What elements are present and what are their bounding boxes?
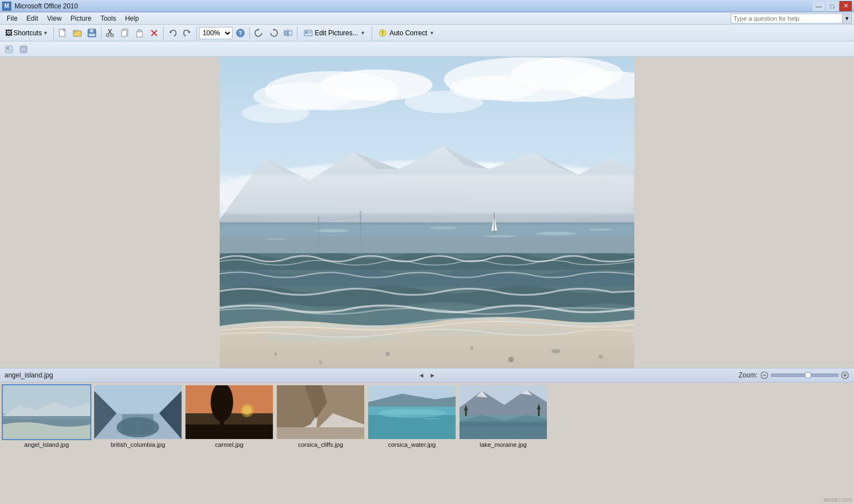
separator4 — [196, 27, 197, 39]
shortcuts-label: Shortcuts — [13, 29, 42, 37]
edit-pictures-label: Edit Pictures... — [315, 29, 358, 37]
thumb-svg-1 — [3, 385, 90, 439]
new-button[interactable] — [56, 26, 69, 40]
thumbnail-img-carmel — [184, 384, 274, 440]
svg-point-62 — [536, 232, 575, 235]
thumbnail-lake-moraine[interactable]: lake_moraine.jpg — [458, 384, 548, 448]
help-button[interactable]: ? — [234, 26, 247, 40]
help-search-container: ▼ — [731, 13, 852, 24]
svg-rect-109 — [277, 427, 364, 439]
thumb-svg-5 — [368, 385, 456, 439]
menu-edit[interactable]: Edit — [22, 12, 43, 24]
separator2 — [101, 27, 101, 39]
menu-tools[interactable]: Tools — [96, 12, 120, 24]
edit-pictures-button[interactable]: Edit Pictures... ▼ — [300, 26, 369, 40]
watermark: wsxdn.com — [824, 497, 852, 503]
maximize-button[interactable]: □ — [826, 1, 838, 11]
undo-button[interactable] — [166, 26, 179, 40]
svg-point-78 — [319, 361, 322, 364]
thumbnail-label-corsica-water: corsica_water.jpg — [388, 441, 436, 448]
svg-point-60 — [315, 229, 349, 232]
rotate-right-button[interactable] — [267, 26, 280, 40]
nav-next-button[interactable]: ► — [428, 371, 437, 380]
nav-buttons: ◄ ► — [417, 371, 437, 380]
thumbnail-carmel[interactable]: carmel.jpg — [184, 384, 274, 448]
auto-correct-icon: ! — [378, 29, 387, 38]
svg-rect-2 — [63, 29, 65, 31]
svg-rect-124 — [465, 410, 467, 416]
minimize-button[interactable]: — — [813, 1, 825, 11]
save-button[interactable] — [85, 26, 99, 40]
zoom-slider[interactable] — [771, 374, 838, 377]
svg-rect-4 — [73, 30, 77, 32]
thumbnail-angel-island[interactable]: angel_island.jpg — [2, 384, 91, 448]
cut-button[interactable] — [104, 26, 117, 40]
separator6 — [297, 27, 298, 39]
copy-button[interactable] — [118, 26, 132, 40]
svg-point-76 — [470, 347, 474, 350]
svg-rect-126 — [538, 409, 540, 416]
auto-correct-button[interactable]: ! Auto Correct ▼ — [374, 26, 438, 40]
help-search-dropdown[interactable]: ▼ — [843, 13, 852, 24]
flip-button[interactable] — [281, 26, 295, 40]
copy-icon — [120, 29, 129, 38]
thumbnail-british-columbia[interactable]: british_columbia.jpg — [93, 384, 183, 448]
delete-button[interactable] — [147, 26, 161, 40]
shortcuts-button[interactable]: 🖼 Shortcuts ▼ — [2, 26, 51, 40]
separator7 — [372, 27, 372, 39]
window-controls: — □ ✕ — [813, 1, 852, 11]
thumbnail-label-corsica-cliffs: corsica_cliffs.jpg — [298, 441, 344, 448]
title-bar: M Microsoft Office 2010 — □ ✕ — [0, 0, 854, 12]
rotate-right-icon — [269, 29, 278, 38]
toolbar2-icon2 — [19, 45, 28, 54]
zoom-controls: Zoom: — [739, 371, 850, 380]
toolbar2-btn2[interactable] — [17, 43, 30, 56]
close-button[interactable]: ✕ — [839, 1, 852, 11]
thumbnail-strip: angel_island.jpg british_columbia.jpg — [0, 382, 854, 450]
menu-picture[interactable]: Picture — [66, 12, 96, 24]
app-icon: M — [2, 2, 11, 11]
zoom-select[interactable]: 100% 25%50%75%150%200% — [199, 27, 233, 39]
toolbar2-btn1[interactable] — [2, 43, 16, 56]
svg-point-47 — [405, 91, 483, 113]
separator3 — [163, 27, 164, 39]
svg-point-65 — [588, 228, 613, 231]
separator1 — [53, 27, 54, 39]
zoom-minus-button[interactable] — [760, 371, 769, 380]
thumbnail-corsica-cliffs[interactable]: corsica_cliffs.jpg — [276, 384, 365, 448]
zoom-plus-button[interactable] — [841, 371, 850, 380]
zoom-label: Zoom: — [739, 371, 758, 379]
svg-rect-24 — [284, 31, 287, 35]
paste-button[interactable] — [133, 26, 146, 40]
help-search-input[interactable] — [731, 13, 843, 24]
shortcuts-icon: 🖼 — [5, 29, 12, 37]
delete-icon — [150, 29, 159, 38]
thumb-svg-3 — [185, 385, 273, 439]
redo-button[interactable] — [180, 26, 194, 40]
menu-help[interactable]: Help — [120, 12, 143, 24]
svg-rect-28 — [305, 31, 308, 34]
menu-file[interactable]: File — [2, 12, 22, 24]
svg-point-77 — [508, 357, 514, 362]
thumbnail-label-lake-moraine: lake_moraine.jpg — [480, 441, 527, 448]
cut-icon — [106, 29, 115, 38]
zoom-slider-thumb[interactable] — [805, 372, 811, 379]
redo-icon — [183, 29, 192, 38]
thumbnail-label-angel-island: angel_island.jpg — [24, 441, 69, 448]
edit-pictures-icon — [304, 29, 313, 38]
nav-prev-button[interactable]: ◄ — [417, 371, 426, 380]
menu-view[interactable]: View — [43, 12, 66, 24]
status-bar: angel_island.jpg ◄ ► Zoom: — [0, 368, 854, 382]
open-button[interactable] — [71, 26, 84, 40]
zoom-plus-icon — [841, 371, 849, 379]
svg-point-80 — [598, 354, 603, 359]
svg-rect-58 — [220, 175, 634, 214]
thumbnail-img-lake-moraine — [458, 384, 548, 440]
toolbar2 — [0, 41, 854, 57]
thumb-svg-6 — [460, 385, 547, 439]
rotate-left-button[interactable] — [252, 26, 266, 40]
window-title: Microsoft Office 2010 — [15, 2, 78, 10]
thumb-svg-2 — [94, 385, 182, 439]
thumbnail-corsica-water[interactable]: corsica_water.jpg — [367, 384, 457, 448]
svg-rect-34 — [7, 47, 9, 49]
